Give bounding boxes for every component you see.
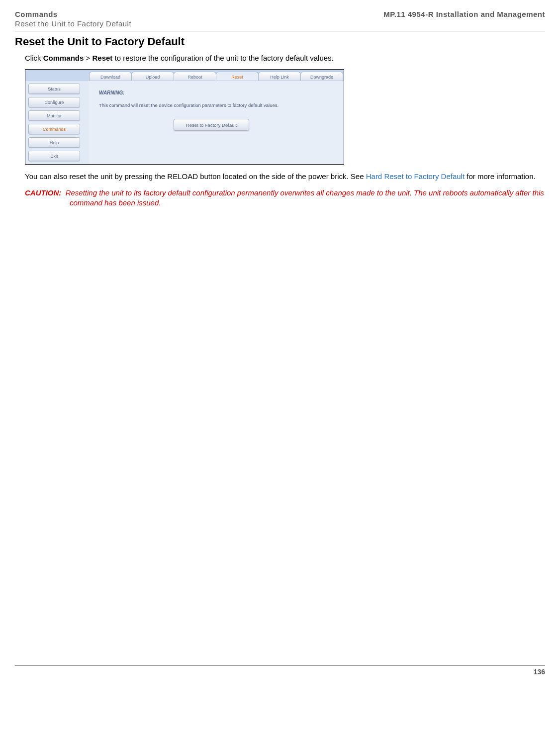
header-doc-title: MP.11 4954-R Installation and Management (383, 10, 545, 18)
intro-b2: Reset (92, 54, 112, 62)
intro-mid: > (84, 54, 92, 62)
ss-tab-downgrade[interactable]: Downgrade (300, 72, 343, 82)
para2-pre: You can also reset the unit by pressing … (25, 172, 366, 181)
ss-tab-reset[interactable]: Reset (216, 72, 259, 82)
ss-tab-download[interactable]: Download (89, 72, 132, 82)
rule-bottom (15, 665, 545, 666)
intro-b1: Commands (43, 54, 84, 62)
header-section: Reset the Unit to Factory Default (15, 19, 131, 28)
caution-text: Resetting the unit to its factory defaul… (66, 188, 544, 207)
ss-warning-text: This command will reset the device confi… (99, 102, 334, 108)
page-footer: 136 (15, 665, 545, 676)
ss-warning-label: WARNING: (99, 90, 334, 95)
ss-tab-helplink[interactable]: Help Link (258, 72, 301, 82)
intro-pre: Click (25, 54, 43, 62)
para2-post: for more information. (465, 172, 536, 181)
page-number: 136 (15, 668, 545, 676)
ss-tab-reboot[interactable]: Reboot (174, 72, 216, 82)
rule-top (15, 31, 545, 31)
ss-panel: WARNING: This command will reset the dev… (89, 81, 344, 164)
caution-block: CAUTION: Resetting the unit to its facto… (25, 188, 545, 208)
ss-sidebar-help[interactable]: Help (28, 137, 80, 148)
link-hard-reset[interactable]: Hard Reset to Factory Default (366, 172, 465, 181)
ss-tab-upload[interactable]: Upload (131, 72, 174, 82)
ss-reset-to-factory-button[interactable]: Reset to Factory Default (174, 119, 249, 131)
paragraph-reload: You can also reset the unit by pressing … (25, 172, 545, 182)
page-header: Commands Reset the Unit to Factory Defau… (15, 10, 545, 28)
intro-paragraph: Click Commands > Reset to restore the co… (25, 53, 545, 63)
ss-sidebar-commands[interactable]: Commands (28, 124, 80, 134)
ss-sidebar-monitor[interactable]: Monitor (28, 110, 80, 121)
ss-sidebar-exit[interactable]: Exit (28, 151, 80, 161)
ss-sidebar-configure[interactable]: Configure (28, 97, 80, 107)
ss-sidebar: Status Configure Monitor Commands Help E… (25, 82, 83, 163)
header-chapter: Commands (15, 10, 131, 18)
intro-post: to restore the configuration of the unit… (112, 54, 333, 62)
ss-tabs: Download Upload Reboot Reset Help Link D… (89, 72, 343, 82)
section-title: Reset the Unit to Factory Default (15, 35, 545, 48)
embedded-screenshot: Status Configure Monitor Commands Help E… (25, 69, 344, 165)
ss-sidebar-status[interactable]: Status (28, 84, 80, 94)
caution-label: CAUTION: (25, 188, 61, 197)
